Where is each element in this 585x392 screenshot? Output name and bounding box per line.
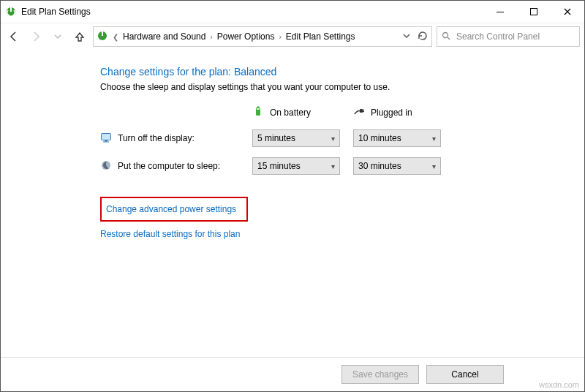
svg-point-6 [443,32,448,37]
save-changes-button[interactable]: Save changes [341,365,419,384]
button-label: Cancel [451,369,478,380]
moon-icon [100,159,112,173]
sleep-plugged-select[interactable]: 30 minutes ▾ [353,157,441,175]
svg-rect-3 [531,9,537,15]
monitor-icon [100,132,112,146]
svg-rect-14 [102,133,111,140]
maximize-button[interactable] [517,1,551,23]
cancel-button[interactable]: Cancel [426,365,504,384]
forward-button[interactable] [27,28,45,45]
page-subtext: Choose the sleep and display settings th… [100,82,510,92]
column-label: On battery [270,108,311,118]
row-put-to-sleep: Put the computer to sleep: [100,159,239,173]
svg-rect-9 [257,107,260,108]
titlebar: Edit Plan Settings [1,1,584,23]
search-box[interactable] [437,26,580,47]
refresh-icon[interactable] [417,30,429,44]
chevron-down-icon: ▾ [331,135,335,143]
chevron-right-icon: › [208,33,214,41]
up-button[interactable] [71,28,88,45]
change-advanced-power-settings-link[interactable]: Change advanced power settings [106,204,236,214]
search-input[interactable] [455,31,575,42]
restore-default-settings-link[interactable]: Restore default settings for this plan [100,229,510,239]
svg-rect-16 [103,141,109,142]
watermark: wsxdn.com [539,380,579,389]
select-value: 30 minutes [358,161,401,171]
select-value: 5 minutes [257,133,295,143]
power-options-icon [5,6,17,18]
address-bar[interactable]: ❮ Hardware and Sound › Power Options › E… [93,26,432,47]
search-icon [442,31,450,42]
svg-rect-11 [360,109,363,113]
breadcrumb-item[interactable]: Power Options [217,31,275,42]
svg-rect-1 [10,7,12,12]
battery-icon [252,105,264,119]
nav-row: ❮ Hardware and Sound › Power Options › E… [1,23,584,53]
chevron-down-icon: ▾ [331,162,335,170]
svg-rect-15 [105,140,107,142]
svg-line-7 [448,37,450,39]
recent-locations-button[interactable] [49,28,67,45]
select-value: 15 minutes [257,161,301,171]
chevron-down-icon: ▾ [432,135,436,143]
window-title: Edit Plan Settings [21,7,91,17]
content-area: Change settings for the plan: Balanced C… [1,53,584,357]
breadcrumb-item[interactable]: Edit Plan Settings [286,31,355,42]
page-heading: Change settings for the plan: Balanced [100,66,510,78]
display-plugged-select[interactable]: 10 minutes ▾ [353,129,441,147]
row-label-text: Turn off the display: [118,133,195,143]
row-label-text: Put the computer to sleep: [118,161,220,171]
breadcrumb-item[interactable]: Hardware and Sound [123,31,205,42]
svg-rect-2 [497,12,504,12]
svg-rect-10 [257,108,260,110]
power-options-icon [97,30,108,44]
minimize-button[interactable] [483,1,517,23]
close-button[interactable] [551,1,584,23]
chevron-down-icon: ▾ [432,162,436,170]
column-on-battery: On battery [252,105,340,119]
highlighted-link-box: Change advanced power settings [100,197,248,222]
sleep-battery-select[interactable]: 15 minutes ▾ [252,157,340,175]
display-battery-select[interactable]: 5 minutes ▾ [252,129,340,147]
plug-icon [353,105,365,119]
chevron-right-icon[interactable]: ❮ [111,33,120,41]
chevron-right-icon: › [277,33,282,41]
column-label: Plugged in [371,108,412,118]
chevron-down-icon[interactable] [402,31,411,42]
back-button[interactable] [5,28,23,45]
button-label: Save changes [352,369,408,380]
footer: Save changes Cancel [1,357,584,391]
column-plugged-in: Plugged in [353,105,441,119]
svg-rect-5 [102,31,103,36]
select-value: 10 minutes [358,133,401,143]
row-turn-off-display: Turn off the display: [100,132,239,146]
